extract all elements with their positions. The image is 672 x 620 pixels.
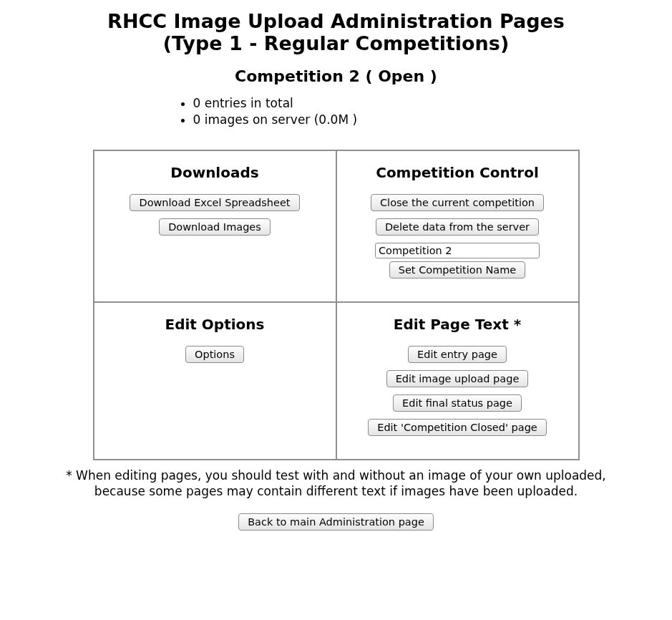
stats-images: 0 images on server (0.0M ) — [193, 112, 494, 128]
options-button[interactable]: Options — [185, 346, 244, 363]
panel-options-title: Edit Options — [103, 316, 327, 333]
stats-entries: 0 entries in total — [193, 95, 494, 112]
competition-subtitle: Competition 2 ( Open ) — [0, 67, 672, 85]
edit-closed-page-button[interactable]: Edit 'Competition Closed' page — [368, 419, 547, 436]
admin-panels: Downloads Download Excel Spreadsheet Dow… — [93, 150, 580, 460]
panel-edit-options: Edit Options Options — [94, 302, 336, 460]
download-excel-button[interactable]: Download Excel Spreadsheet — [130, 194, 299, 211]
back-to-main-button[interactable]: Back to main Administration page — [238, 513, 434, 531]
set-competition-name-button[interactable]: Set Competition Name — [389, 261, 526, 278]
panel-edit-page-text: Edit Page Text * Edit entry page Edit im… — [336, 302, 579, 460]
stats-list: 0 entries in total 0 images on server (0… — [179, 95, 494, 128]
edit-status-page-button[interactable]: Edit final status page — [393, 394, 522, 412]
panel-downloads: Downloads Download Excel Spreadsheet Dow… — [94, 150, 336, 302]
page-title-line2: (Type 1 - Regular Competitions) — [163, 32, 509, 54]
panel-competition-control: Competition Control Close the current co… — [336, 150, 579, 302]
footnote-text: * When editing pages, you should test wi… — [64, 468, 608, 499]
edit-entry-page-button[interactable]: Edit entry page — [408, 346, 507, 363]
delete-data-button[interactable]: Delete data from the server — [376, 218, 539, 236]
edit-upload-page-button[interactable]: Edit image upload page — [386, 370, 529, 387]
panel-pagetext-title: Edit Page Text * — [346, 316, 570, 333]
panel-downloads-title: Downloads — [103, 164, 327, 181]
page-title-line1: RHCC Image Upload Administration Pages — [107, 10, 565, 32]
close-competition-button[interactable]: Close the current competition — [371, 194, 544, 211]
page-title: RHCC Image Upload Administration Pages (… — [0, 10, 672, 54]
download-images-button[interactable]: Download Images — [159, 218, 271, 236]
competition-name-input[interactable] — [375, 243, 540, 258]
panel-control-title: Competition Control — [346, 164, 570, 181]
